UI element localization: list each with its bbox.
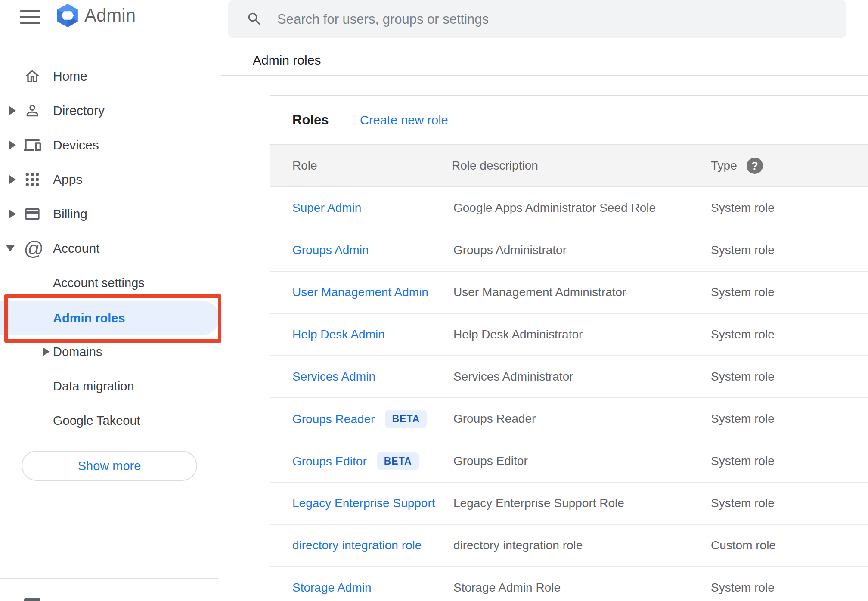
sidebar-item-label: Account	[53, 241, 99, 256]
chevron-right-icon	[9, 141, 16, 149]
role-type: System role	[711, 243, 775, 257]
sidebar-divider	[0, 578, 219, 579]
table-header-row: Role Role description Type ?	[270, 144, 868, 187]
sidebar-item-label: Admin roles	[53, 311, 125, 325]
role-link[interactable]: Services Admin	[292, 370, 375, 384]
devices-icon	[24, 136, 41, 154]
role-link[interactable]: Groups Editor	[292, 454, 367, 468]
role-link[interactable]: User Management Admin	[292, 285, 428, 299]
role-type: Custom role	[711, 539, 776, 552]
role-link[interactable]: directory integration role	[292, 539, 422, 552]
role-type: System role	[711, 370, 775, 384]
table-row[interactable]: directory integration role directory int…	[270, 525, 868, 567]
role-link[interactable]: Legacy Enterprise Support	[292, 496, 435, 510]
sidebar-item-google-takeout[interactable]: Google Takeout	[0, 403, 219, 438]
table-row[interactable]: Super Admin Google Apps Administrator Se…	[270, 187, 868, 229]
role-description: Groups Editor	[453, 454, 528, 468]
table-row[interactable]: Help Desk Admin Help Desk Administrator …	[270, 314, 868, 356]
role-description: Legacy Enterprise Support Role	[453, 496, 624, 510]
sidebar-item-devices[interactable]: Devices	[0, 128, 219, 162]
search-bar[interactable]	[228, 0, 846, 38]
header-divider	[221, 75, 868, 76]
column-header-description: Role description	[452, 159, 538, 173]
sidebar-item-account-settings[interactable]: Account settings	[0, 266, 219, 300]
table-row[interactable]: Groups Reader BETA Groups Reader System …	[270, 398, 868, 440]
table-row[interactable]: Storage Admin Storage Admin Role System …	[270, 567, 868, 601]
sidebar-item-billing[interactable]: Billing	[0, 197, 219, 231]
roles-card-header: Roles Create new role	[270, 96, 868, 144]
table-row[interactable]: User Management Admin User Management Ad…	[270, 272, 868, 314]
credit-card-icon	[24, 205, 41, 223]
role-description: Help Desk Administrator	[453, 328, 583, 341]
role-description: User Management Administrator	[453, 285, 626, 299]
table-row[interactable]: Services Admin Services Administrator Sy…	[270, 356, 868, 398]
show-more-button[interactable]: Show more	[22, 451, 197, 481]
partial-bottom-icon	[24, 598, 40, 601]
chevron-right-icon	[9, 175, 16, 184]
role-description: Services Administrator	[453, 370, 574, 384]
role-type: System role	[711, 454, 775, 468]
beta-badge: BETA	[385, 410, 427, 428]
beta-badge: BETA	[377, 452, 419, 470]
sidebar-item-label: Domains	[53, 345, 102, 359]
role-link[interactable]: Super Admin	[292, 201, 361, 215]
card-title: Roles	[292, 112, 329, 128]
sidebar-item-label: Home	[53, 69, 87, 84]
role-type: System role	[711, 285, 775, 299]
product-title: Admin	[84, 3, 136, 28]
role-description: Groups Administrator	[453, 243, 567, 257]
sidebar-item-data-migration[interactable]: Data migration	[0, 369, 219, 403]
sidebar-item-account[interactable]: @ Account	[0, 231, 219, 266]
chevron-down-icon	[6, 245, 15, 252]
search-icon	[246, 11, 263, 27]
chevron-right-icon	[9, 106, 16, 115]
person-icon	[24, 102, 41, 119]
sidebar-item-label: Data migration	[53, 379, 134, 393]
column-header-role: Role	[292, 159, 317, 173]
column-header-type: Type	[711, 159, 737, 173]
admin-console-page: { "app": { "product": "Admin" }, "topbar…	[0, 0, 868, 601]
sidebar-item-label: Directory	[53, 103, 105, 118]
table-row[interactable]: Groups Admin Groups Administrator System…	[270, 229, 868, 272]
sidebar-item-apps[interactable]: Apps	[0, 162, 219, 197]
role-description: Google Apps Administrator Seed Role	[453, 201, 656, 215]
role-description: Groups Reader	[453, 412, 536, 426]
at-sign-icon: @	[24, 240, 41, 257]
admin-logo-icon	[55, 3, 80, 28]
sidebar-item-label: Apps	[53, 172, 82, 187]
help-icon[interactable]: ?	[747, 158, 763, 174]
sidebar-item-home[interactable]: Home	[0, 59, 219, 93]
role-type: System role	[711, 496, 775, 510]
sidebar-item-label: Billing	[53, 207, 87, 221]
role-link[interactable]: Help Desk Admin	[292, 328, 385, 341]
sidebar-item-admin-roles[interactable]: Admin roles	[0, 301, 220, 335]
role-link[interactable]: Storage Admin	[292, 581, 372, 595]
menu-hamburger-button[interactable]	[20, 10, 40, 26]
sidebar-item-domains[interactable]: Domains	[0, 335, 219, 369]
home-icon	[24, 68, 41, 85]
chevron-right-icon	[9, 210, 16, 218]
role-link[interactable]: Groups Reader	[292, 412, 375, 426]
role-type: System role	[711, 201, 775, 215]
role-description: directory integration role	[453, 539, 583, 552]
role-type: System role	[711, 328, 775, 341]
role-link[interactable]: Groups Admin	[292, 243, 369, 257]
sidebar-item-label: Devices	[53, 138, 99, 152]
roles-card: Roles Create new role Role Role descript…	[270, 95, 868, 601]
chevron-right-icon	[43, 347, 50, 356]
sidebar-item-directory[interactable]: Directory	[0, 93, 219, 128]
apps-grid-icon	[24, 171, 41, 188]
table-row[interactable]: Groups Editor BETA Groups Editor System …	[270, 440, 868, 483]
create-new-role-link[interactable]: Create new role	[360, 113, 448, 127]
table-row[interactable]: Legacy Enterprise Support Legacy Enterpr…	[270, 483, 868, 525]
sidebar-item-label: Google Takeout	[53, 414, 140, 428]
search-input[interactable]	[276, 0, 829, 39]
role-type: System role	[711, 581, 775, 595]
breadcrumb: Admin roles	[253, 51, 321, 70]
role-description: Storage Admin Role	[453, 581, 561, 595]
role-type: System role	[711, 412, 775, 426]
sidebar-item-label: Account settings	[53, 276, 145, 290]
